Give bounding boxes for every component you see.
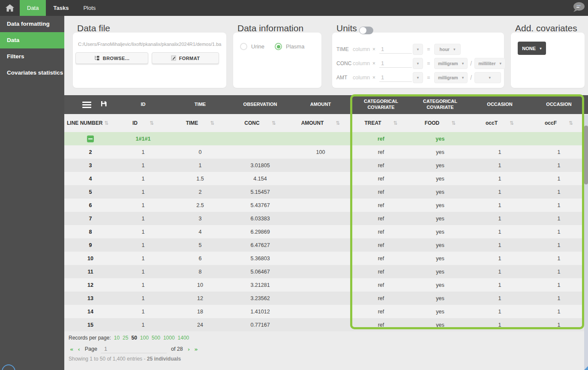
save-icon[interactable] — [101, 101, 107, 108]
first-page-button[interactable]: « — [70, 346, 73, 352]
table-row[interactable]: 131123.23562refyes11 — [64, 292, 588, 305]
table-row[interactable]: 8146.29869refyes11 — [64, 225, 588, 238]
column-type-amount-3[interactable]: AMOUNT — [290, 95, 351, 114]
table-cell: 1 — [470, 212, 530, 225]
format-button[interactable]: FORMAT — [152, 52, 219, 64]
table-row[interactable]: 7136.03383refyes11 — [64, 212, 588, 225]
sidebar-item-data[interactable]: Data — [0, 32, 64, 48]
table-cell: 1 — [530, 199, 588, 212]
page-size-1000[interactable]: 1000 — [163, 335, 175, 341]
table-row[interactable]: 210100refyes11 — [64, 145, 588, 159]
unit-dropdown-time-numerator[interactable]: hour▾ — [434, 44, 461, 55]
page-size-1400[interactable]: 1400 — [178, 335, 189, 341]
table-cell — [290, 318, 351, 331]
radio-urine-icon[interactable] — [240, 43, 247, 50]
column-type-time-1[interactable]: TIME — [170, 95, 231, 114]
vertical-scrollbar-thumb[interactable] — [584, 126, 588, 184]
add-covariates-none-button[interactable]: NONE ▾ — [518, 42, 546, 55]
browse-button[interactable]: BROWSE... — [75, 52, 148, 64]
column-select-dropdown[interactable]: ▾ — [413, 58, 423, 69]
sort-icon[interactable]: ⇅ — [336, 120, 340, 126]
table-cell — [290, 265, 351, 278]
table-group-row[interactable]: 1#1#1refyes — [64, 132, 588, 145]
sidebar-item-data-formatting[interactable]: Data formatting — [0, 16, 64, 32]
page-size-500[interactable]: 500 — [152, 335, 160, 341]
unit-factor-input[interactable] — [379, 59, 412, 68]
column-type-occasion-6[interactable]: OCCASION — [470, 95, 530, 114]
table-row[interactable]: 151240.77167refyes11 — [64, 318, 588, 331]
column-select-dropdown[interactable]: ▾ — [413, 72, 423, 83]
radio-plasma-icon[interactable] — [275, 43, 282, 50]
table-row[interactable]: 11185.06467refyes11 — [64, 265, 588, 278]
tab-tasks[interactable]: Tasks — [46, 0, 76, 16]
table-row[interactable]: 141181.41012refyes11 — [64, 305, 588, 318]
column-header-time: TIME⇅ — [170, 114, 231, 132]
sort-icon[interactable]: ⇅ — [569, 120, 573, 126]
unit-factor-input[interactable] — [379, 73, 412, 82]
table-cell: ref — [351, 265, 411, 278]
sort-icon[interactable]: ⇅ — [451, 120, 456, 126]
column-type-observation-2[interactable]: OBSERVATION — [231, 95, 290, 114]
page-size-25[interactable]: 25 — [123, 335, 128, 341]
chat-bubble-icon — [572, 1, 585, 13]
column-type-categorical-covariate-5[interactable]: CATEGORICAL COVARIATE — [411, 95, 470, 114]
table-cell: yes — [411, 185, 470, 199]
last-page-button[interactable]: » — [194, 346, 198, 352]
radio-option-plasma[interactable]: Plasma — [275, 43, 304, 50]
unit-dropdown-amt-numerator[interactable]: milligram▾ — [434, 72, 468, 83]
page-number-input[interactable] — [101, 345, 167, 353]
column-select-dropdown[interactable]: ▾ — [413, 44, 423, 55]
records-per-page-label: Records per page: — [69, 335, 111, 341]
unit-dropdown-conc-denominator[interactable]: milliliter▾ — [474, 58, 505, 69]
table-cell: 1 — [530, 172, 588, 185]
unit-dropdown-amt-denominator[interactable]: ▾ — [474, 72, 501, 83]
units-toggle[interactable] — [359, 27, 373, 34]
table-cell: ref — [351, 318, 411, 331]
table-cell: 3.23562 — [231, 292, 290, 305]
sort-icon[interactable]: ⇅ — [510, 120, 514, 126]
table-row[interactable]: 5125.15457refyes11 — [64, 185, 588, 199]
collapse-minus-icon[interactable] — [87, 135, 94, 142]
chat-button[interactable] — [572, 1, 585, 15]
sidebar-item-covariates-statistics[interactable]: Covariates statistics — [0, 65, 64, 81]
column-type-occasion-7[interactable]: OCCASION — [530, 95, 588, 114]
table-row[interactable]: 121103.21281refyes11 — [64, 278, 588, 292]
sort-icon[interactable]: ⇅ — [150, 120, 154, 126]
home-button[interactable] — [0, 0, 20, 16]
sort-icon[interactable]: ⇅ — [104, 120, 108, 126]
page-size-100[interactable]: 100 — [140, 335, 149, 341]
group-toggle-cell — [64, 132, 117, 145]
hamburger-menu-icon[interactable] — [82, 102, 91, 108]
unit-dropdown-conc-numerator[interactable]: milligram▾ — [434, 58, 468, 69]
sort-icon[interactable]: ⇅ — [393, 120, 398, 126]
column-type-id-0[interactable]: ID — [117, 95, 170, 114]
table-cell: 8 — [64, 225, 117, 238]
prev-page-button[interactable]: ‹ — [78, 346, 80, 352]
tab-plots[interactable]: Plots — [76, 0, 103, 16]
next-page-button[interactable]: › — [188, 346, 190, 352]
table-cell: 1 — [530, 292, 588, 305]
column-header-label: ID — [132, 120, 138, 126]
table-row[interactable]: 612.55.43767refyes11 — [64, 199, 588, 212]
table-row[interactable]: 3113.01805refyes11 — [64, 159, 588, 172]
table-row[interactable]: 10165.36803refyes11 — [64, 252, 588, 265]
tab-data[interactable]: Data — [20, 0, 46, 16]
sort-icon[interactable]: ⇅ — [210, 120, 214, 126]
table-cell: 6 — [64, 199, 117, 212]
page-size-50[interactable]: 50 — [131, 335, 137, 341]
table-cell: 3 — [64, 159, 117, 172]
sidebar-item-filters[interactable]: Filters — [0, 48, 64, 65]
page-size-10[interactable]: 10 — [114, 335, 120, 341]
radio-option-urine[interactable]: Urine — [240, 43, 264, 50]
table-cell: 1 — [117, 185, 170, 199]
caret-down-icon: ▾ — [499, 61, 501, 66]
data-table: IDTIMEOBSERVATIONAMOUNTCATEGORICAL COVAR… — [64, 95, 588, 331]
caret-down-icon: ▾ — [462, 61, 464, 66]
unit-factor-input[interactable] — [379, 45, 412, 54]
table-row[interactable]: 411.54.154refyes11 — [64, 172, 588, 185]
sort-icon[interactable]: ⇅ — [272, 120, 276, 126]
group-treat-cell: ref — [351, 132, 411, 145]
column-type-categorical-covariate-4[interactable]: CATEGORICAL COVARIATE — [351, 95, 411, 114]
caret-down-icon: ▾ — [453, 47, 456, 51]
table-row[interactable]: 9156.47627refyes11 — [64, 238, 588, 252]
